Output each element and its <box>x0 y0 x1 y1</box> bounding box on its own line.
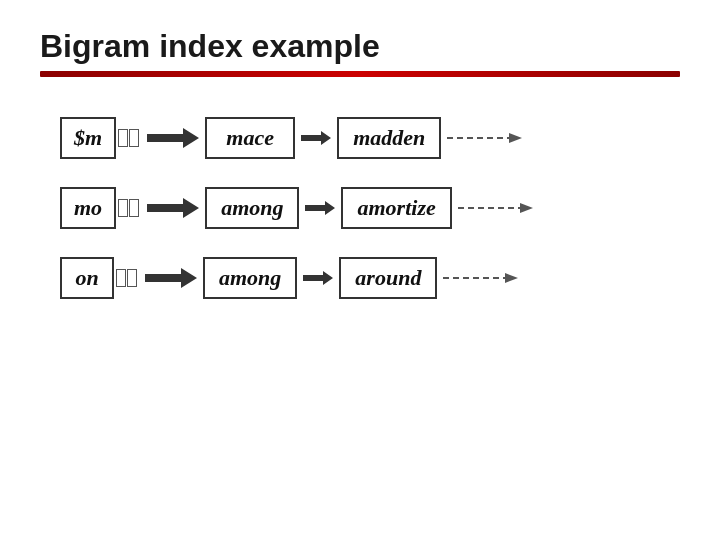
big-arrow-sm <box>147 124 199 152</box>
word-box-mo-2: amortize <box>341 187 451 229</box>
block <box>118 129 128 147</box>
diagram-row-mo: mo among amortize <box>60 187 660 229</box>
svg-marker-4 <box>147 198 199 218</box>
svg-marker-5 <box>305 201 335 215</box>
title-area: Bigram index example <box>0 0 720 77</box>
svg-marker-1 <box>301 131 331 145</box>
svg-marker-8 <box>145 268 197 288</box>
word-box-mo-1: among <box>205 187 299 229</box>
slide: Bigram index example $m mace <box>0 0 720 540</box>
diagram-row-sm: $m mace madden <box>60 117 660 159</box>
big-arrow-mo <box>147 194 199 222</box>
svg-marker-3 <box>509 133 522 143</box>
svg-marker-7 <box>520 203 533 213</box>
key-box-on: on <box>60 257 114 299</box>
svg-marker-11 <box>505 273 518 283</box>
key-box-mo: mo <box>60 187 116 229</box>
block <box>127 269 137 287</box>
postings-blocks-sm <box>118 129 139 147</box>
dashed-arrow-sm <box>447 129 527 147</box>
small-arrow-sm <box>301 129 331 147</box>
slide-title: Bigram index example <box>40 28 680 65</box>
word-box-sm-1: mace <box>205 117 295 159</box>
diagram-row-on: on among around <box>60 257 660 299</box>
svg-marker-9 <box>303 271 333 285</box>
content-area: $m mace madden <box>0 77 720 299</box>
block <box>129 199 139 217</box>
block <box>118 199 128 217</box>
postings-blocks-on <box>116 269 137 287</box>
svg-marker-0 <box>147 128 199 148</box>
small-arrow-mo <box>305 199 335 217</box>
word-box-sm-2: madden <box>337 117 441 159</box>
block <box>129 129 139 147</box>
dashed-arrow-mo <box>458 199 538 217</box>
small-arrow-on <box>303 269 333 287</box>
block <box>116 269 126 287</box>
big-arrow-on <box>145 264 197 292</box>
word-box-on-1: among <box>203 257 297 299</box>
dashed-arrow-on <box>443 269 523 287</box>
key-box-sm: $m <box>60 117 116 159</box>
postings-blocks-mo <box>118 199 139 217</box>
word-box-on-2: around <box>339 257 437 299</box>
